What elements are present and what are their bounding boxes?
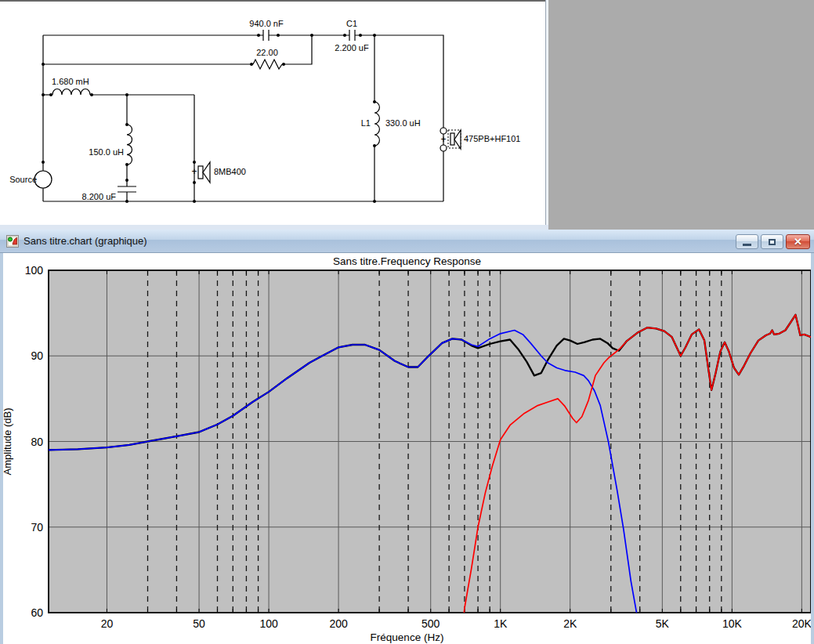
schematic-canvas[interactable]: 940.0 nF 22.00 C1 2.200 uF 1.680 mH 150.… <box>0 2 548 225</box>
x-axis-title: Fréquence (Hz) <box>371 631 444 643</box>
chart-title: Sans titre.Frequency Response <box>333 255 481 267</box>
frequency-response-chart[interactable]: Sans titre.Frequency Response20501002005… <box>0 253 814 644</box>
x-tick-label: 20 <box>101 617 114 630</box>
x-tick-label: 1K <box>494 617 508 630</box>
chart-window-titlebar[interactable]: Sans titre.chart (graphique) ✕ <box>0 230 814 253</box>
chart-document-icon <box>6 235 19 248</box>
capacitor-940nF-label: 940.0 nF <box>249 19 284 28</box>
inductor-L1-value: 330.0 uH <box>385 118 421 128</box>
capacitor-C1-value: 2.200 uF <box>335 43 369 52</box>
chart-content-area: Sans titre.Frequency Response20501002005… <box>0 253 814 644</box>
capacitor-8.2uF-symbol[interactable] <box>118 186 136 192</box>
y-tick-label: 100 <box>25 264 44 277</box>
chart-window-title: Sans titre.chart (graphique) <box>24 235 147 247</box>
resistor-22-symbol[interactable] <box>253 60 282 69</box>
woofer-speaker-symbol[interactable] <box>198 162 210 183</box>
inductor-L1-symbol[interactable] <box>374 102 379 146</box>
tweeter-plus-sign: + <box>440 134 446 145</box>
x-tick-label: 10K <box>722 617 743 630</box>
x-tick-label: 50 <box>193 617 205 630</box>
restore-button[interactable] <box>761 234 783 249</box>
y-axis-title: Amplitude (dB) <box>2 408 13 476</box>
tweeter-label: 475PB+HF101 <box>464 134 520 143</box>
close-button[interactable]: ✕ <box>786 234 810 249</box>
capacitor-C1-name: C1 <box>346 19 357 28</box>
window-border-left <box>0 253 3 644</box>
x-tick-label: 100 <box>259 617 278 630</box>
woofer-plus-sign: + <box>191 166 197 177</box>
minimize-icon <box>743 244 751 246</box>
minimize-button[interactable] <box>736 234 758 249</box>
inductor-150uH-label: 150.0 uH <box>89 147 124 157</box>
circuit-wires <box>34 30 461 201</box>
capacitor-940nF-symbol[interactable] <box>263 30 269 41</box>
chart-window: Sans titre.chart (graphique) ✕ Sans titr… <box>0 230 814 644</box>
y-tick-label: 60 <box>31 606 43 619</box>
y-tick-label: 70 <box>31 521 43 534</box>
capacitor-8.2uF-label: 8.200 uF <box>82 192 117 201</box>
close-icon: ✕ <box>794 237 802 247</box>
component-labels: 940.0 nF 22.00 C1 2.200 uF 1.680 mH 150.… <box>9 19 520 201</box>
x-tick-label: 5K <box>656 617 670 630</box>
window-controls: ✕ <box>736 234 810 249</box>
inductor-150uH-symbol[interactable] <box>127 125 132 165</box>
resistor-22-label: 22.00 <box>256 48 278 57</box>
restore-icon <box>769 239 776 245</box>
source-label: Source <box>9 175 37 184</box>
inductor-1.68mH-label: 1.680 mH <box>52 77 89 86</box>
capacitor-C1-symbol[interactable] <box>349 30 355 41</box>
x-tick-label: 20K <box>792 617 812 630</box>
woofer-label: 8MB400 <box>214 167 246 176</box>
x-tick-label: 2K <box>563 617 577 630</box>
schematic-window: 940.0 nF 22.00 C1 2.200 uF 1.680 mH 150.… <box>0 0 548 225</box>
inductor-L1-name: L1 <box>361 118 371 128</box>
workspace-background <box>548 0 814 230</box>
app-screen: 940.0 nF 22.00 C1 2.200 uF 1.680 mH 150.… <box>0 0 814 644</box>
source-symbol[interactable] <box>34 171 52 188</box>
y-tick-label: 90 <box>31 349 43 362</box>
y-tick-label: 80 <box>31 436 43 448</box>
x-tick-label: 500 <box>421 617 440 630</box>
inductor-1.68mH-symbol[interactable] <box>52 89 90 95</box>
window-border-right <box>811 253 814 644</box>
x-tick-label: 200 <box>329 617 348 630</box>
